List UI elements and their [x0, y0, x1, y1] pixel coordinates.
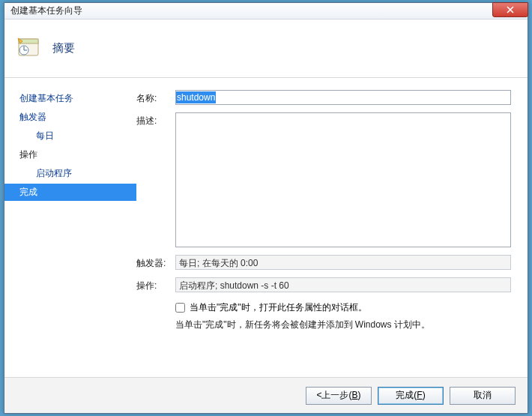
titlebar: 创建基本任务向导 [4, 3, 528, 19]
finish-button-text: 完成( [396, 390, 417, 400]
description-input[interactable] [175, 112, 511, 247]
close-icon [507, 6, 514, 13]
finish-button-tail: ) [423, 390, 426, 400]
finish-button-key: F [417, 390, 422, 400]
window-title: 创建基本任务向导 [4, 4, 82, 17]
back-button-text: <上一步( [316, 390, 351, 400]
finish-button[interactable]: 完成(F) [378, 387, 444, 405]
back-button-key: B [352, 390, 358, 400]
step-finish[interactable]: 完成 [4, 184, 136, 201]
description-label: 描述: [136, 112, 175, 127]
name-input[interactable]: shutdown [175, 90, 511, 105]
summary-icon [16, 35, 40, 61]
open-properties-checkbox[interactable] [175, 303, 185, 313]
finish-hint: 当单击"完成"时，新任务将会被创建并添加到 Windows 计划中。 [175, 319, 511, 331]
step-create-basic-task[interactable]: 创建基本任务 [15, 90, 136, 107]
step-action[interactable]: 操作 [15, 146, 136, 163]
step-trigger-daily[interactable]: 每日 [15, 127, 136, 145]
trigger-value: 每日; 在每天的 0:00 [175, 255, 511, 270]
page-title: 摘要 [52, 41, 75, 55]
trigger-label: 触发器: [136, 255, 175, 270]
back-button-tail: ) [358, 390, 361, 400]
open-properties-label: 当单击"完成"时，打开此任务属性的对话框。 [190, 301, 367, 314]
summary-panel: 名称: shutdown 描述: 触发器: 每日; 在每天的 0:00 操作: … [136, 78, 528, 377]
cancel-button[interactable]: 取消 [450, 387, 516, 405]
close-button[interactable] [492, 2, 528, 17]
step-action-startprogram[interactable]: 启动程序 [15, 165, 136, 182]
wizard-body: 创建基本任务 触发器 每日 操作 启动程序 完成 名称: shutdown 描述… [4, 78, 528, 377]
back-button[interactable]: <上一步(B) [306, 387, 372, 405]
name-label: 名称: [136, 90, 175, 105]
step-trigger[interactable]: 触发器 [15, 109, 136, 126]
wizard-footer: <上一步(B) 完成(F) 取消 [4, 377, 528, 413]
wizard-header: 摘要 [4, 19, 528, 78]
name-value: shutdown [176, 91, 216, 103]
wizard-steps: 创建基本任务 触发器 每日 操作 启动程序 完成 [4, 78, 136, 377]
action-label: 操作: [136, 277, 175, 292]
action-value: 启动程序; shutdown -s -t 60 [175, 277, 511, 292]
wizard-window: 创建基本任务向导 摘要 创建基本任务 触发器 每日 操作 启动程序 [4, 2, 528, 414]
